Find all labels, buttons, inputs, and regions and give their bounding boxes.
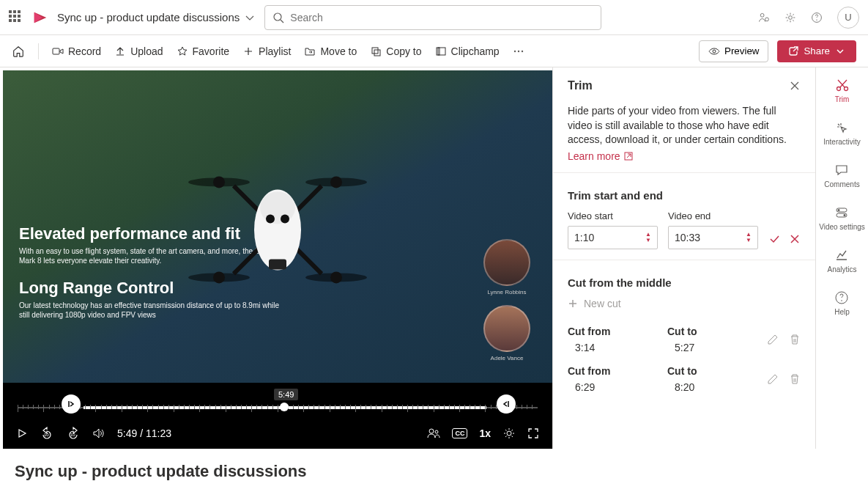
upload-button[interactable]: Upload bbox=[114, 45, 163, 57]
rewind-10-icon[interactable]: 10 bbox=[40, 427, 54, 440]
speed-button[interactable]: 1x bbox=[479, 427, 491, 439]
captions-icon[interactable]: CC bbox=[452, 428, 467, 438]
copy-icon bbox=[370, 45, 382, 57]
check-icon[interactable] bbox=[768, 233, 780, 245]
forward-10-icon[interactable]: 10 bbox=[66, 427, 81, 440]
chevron-down-icon bbox=[244, 12, 256, 23]
edit-icon[interactable] bbox=[767, 373, 779, 385]
people-icon[interactable] bbox=[427, 427, 440, 439]
preview-button[interactable]: Preview bbox=[699, 40, 768, 62]
trim-timeline[interactable]: 5:49 bbox=[3, 383, 552, 418]
star-icon bbox=[177, 45, 188, 57]
trim-panel: Trim Hide parts of your video from viewe… bbox=[553, 67, 815, 449]
people-settings-icon[interactable] bbox=[758, 12, 770, 23]
timeline-ticks bbox=[18, 405, 538, 409]
search-input[interactable] bbox=[290, 12, 593, 23]
svg-rect-10 bbox=[372, 48, 378, 54]
video-controls: 10 10 5:49 / 11:23 CC 1x bbox=[3, 418, 552, 449]
rail-help[interactable]: Help bbox=[834, 290, 850, 317]
participant-1: Lynne Robbins bbox=[483, 239, 530, 295]
playhead[interactable] bbox=[280, 403, 289, 411]
svg-line-3 bbox=[281, 20, 283, 23]
share-button[interactable]: Share bbox=[777, 40, 856, 62]
cancel-icon[interactable] bbox=[789, 233, 801, 245]
video-start-input[interactable]: 1:10 ▲▼ bbox=[568, 226, 658, 249]
clipchamp-button[interactable]: Clipchamp bbox=[435, 45, 500, 57]
close-icon[interactable] bbox=[789, 80, 801, 92]
home-icon[interactable] bbox=[12, 45, 25, 58]
play-icon[interactable] bbox=[16, 427, 28, 439]
svg-point-33 bbox=[281, 214, 289, 223]
topbar: Sync up - product update discussions U bbox=[0, 0, 868, 35]
toggle-icon bbox=[834, 205, 849, 220]
svg-point-4 bbox=[760, 13, 764, 17]
delete-icon[interactable] bbox=[789, 334, 801, 345]
svg-point-8 bbox=[816, 19, 817, 20]
record-button[interactable]: Record bbox=[52, 45, 101, 57]
moveto-button[interactable]: Move to bbox=[304, 45, 357, 57]
spinner-arrows[interactable]: ▲▼ bbox=[645, 232, 651, 243]
favorite-button[interactable]: Favorite bbox=[177, 45, 230, 57]
document-title-dropdown[interactable]: Sync up - product update discussions bbox=[57, 11, 256, 23]
rail-video-settings[interactable]: Video settings bbox=[819, 205, 865, 232]
volume-icon[interactable] bbox=[92, 427, 105, 439]
rail-analytics[interactable]: Analytics bbox=[827, 248, 856, 274]
trim-start-handle[interactable] bbox=[62, 394, 81, 414]
rail-trim[interactable]: Trim bbox=[835, 78, 850, 104]
app-launcher-icon[interactable] bbox=[9, 10, 23, 25]
share-icon bbox=[787, 45, 799, 57]
svg-point-16 bbox=[521, 50, 522, 51]
help-circle-icon bbox=[834, 290, 849, 305]
spinner-arrows[interactable]: ▲▼ bbox=[746, 232, 752, 243]
svg-point-15 bbox=[517, 50, 519, 51]
svg-text:10: 10 bbox=[70, 433, 75, 437]
trim-end-handle[interactable] bbox=[497, 394, 516, 414]
svg-point-32 bbox=[266, 214, 275, 223]
time-bubble: 5:49 bbox=[274, 389, 298, 400]
playlist-button[interactable]: Playlist bbox=[242, 45, 291, 57]
settings-gear-icon[interactable] bbox=[502, 427, 516, 440]
trim-start-end-heading: Trim start and end bbox=[568, 189, 801, 202]
svg-text:10: 10 bbox=[44, 433, 49, 437]
document-title: Sync up - product update discussions bbox=[57, 11, 240, 23]
edit-icon[interactable] bbox=[767, 334, 779, 345]
cursor-click-icon bbox=[834, 120, 849, 135]
user-avatar[interactable]: U bbox=[837, 7, 859, 29]
rail-comments[interactable]: Comments bbox=[824, 163, 859, 189]
svg-point-14 bbox=[513, 50, 515, 51]
delete-icon[interactable] bbox=[789, 373, 801, 385]
plus-icon bbox=[242, 45, 254, 57]
side-panel: Trim Hide parts of your video from viewe… bbox=[552, 67, 868, 449]
video-end-label: Video end bbox=[668, 210, 758, 221]
help-icon[interactable] bbox=[811, 12, 823, 23]
search-box[interactable] bbox=[264, 5, 601, 30]
video-end-input[interactable]: 10:33 ▲▼ bbox=[668, 226, 758, 249]
copyto-button[interactable]: Copy to bbox=[370, 45, 421, 57]
cut-row: Cut from6:29 Cut to8:20 bbox=[568, 359, 801, 399]
more-icon[interactable] bbox=[513, 45, 524, 57]
scissors-icon bbox=[835, 78, 850, 92]
participant-2: Adele Vance bbox=[483, 305, 530, 361]
learn-more-link[interactable]: Learn more bbox=[568, 150, 634, 162]
svg-point-6 bbox=[789, 15, 793, 19]
video-frame[interactable]: Elevated performance and fit With an eas… bbox=[3, 70, 552, 383]
gear-icon[interactable] bbox=[784, 12, 796, 23]
fullscreen-icon[interactable] bbox=[527, 427, 539, 439]
folder-move-icon bbox=[304, 45, 316, 57]
svg-rect-11 bbox=[374, 50, 380, 56]
page-title: Sync up - product update discussions bbox=[0, 449, 868, 492]
new-cut-button[interactable]: New cut bbox=[568, 298, 801, 309]
svg-point-44 bbox=[844, 87, 847, 91]
eye-icon bbox=[708, 45, 720, 57]
svg-point-40 bbox=[435, 430, 438, 433]
chart-icon bbox=[834, 248, 849, 262]
svg-point-17 bbox=[713, 50, 716, 53]
svg-point-50 bbox=[842, 300, 843, 301]
rail-interactivity[interactable]: Interactivity bbox=[823, 120, 861, 147]
search-icon bbox=[272, 12, 284, 23]
video-player: Elevated performance and fit With an eas… bbox=[3, 70, 552, 449]
svg-point-43 bbox=[837, 87, 840, 91]
svg-rect-13 bbox=[438, 48, 439, 55]
svg-point-39 bbox=[429, 429, 434, 433]
video-start-label: Video start bbox=[568, 210, 658, 221]
